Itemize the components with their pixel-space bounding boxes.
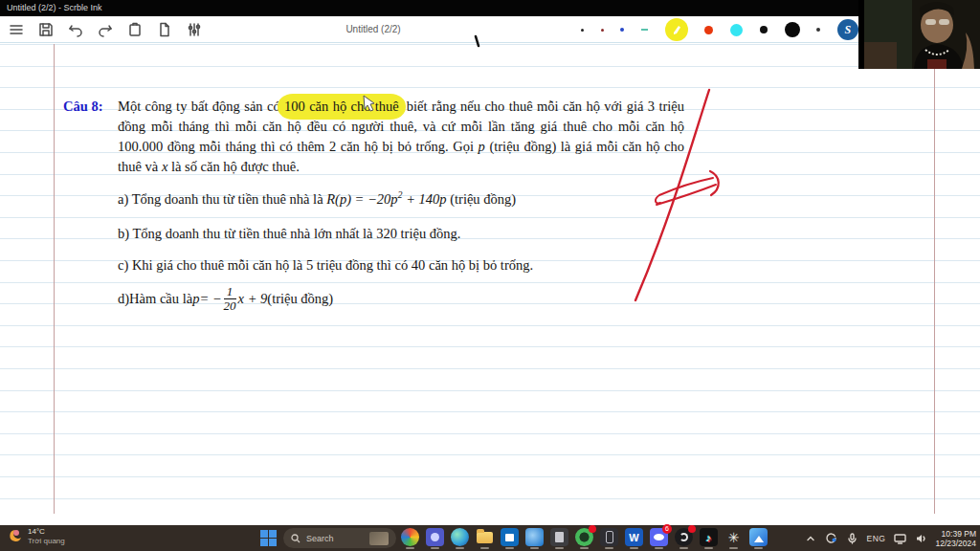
- windows-taskbar: 14°C Trời quang Search W 6 ♪: [0, 525, 980, 551]
- highlighted-phrase: 100 căn hộ cho thuê: [278, 94, 406, 120]
- search-placeholder: Search: [306, 534, 334, 543]
- pen-cyan[interactable]: [730, 24, 743, 36]
- fraction-denominator: 20: [224, 299, 236, 313]
- fraction-numerator: 1: [227, 285, 234, 298]
- new-page-icon[interactable]: [154, 19, 175, 40]
- left-margin-line: [54, 44, 55, 514]
- discord-badge: 6: [662, 524, 672, 534]
- speaker-icon[interactable]: [914, 532, 927, 545]
- statement-a-unit: (triệu đồng): [447, 191, 516, 207]
- flower-app-icon[interactable]: ✳: [724, 528, 743, 546]
- screen: Untitled (2/2) - Scrble Ink: [0, 0, 980, 551]
- paste-icon[interactable]: [124, 19, 145, 40]
- clock-date: 12/23/2024: [935, 539, 976, 548]
- problem-content: Câu 8: Một công ty bất động sản có 100 c…: [63, 97, 687, 313]
- clock-time: 10:39 PM: [935, 529, 976, 539]
- teams-icon[interactable]: [426, 528, 444, 546]
- weather-widget[interactable]: 14°C Trời quang: [6, 527, 65, 546]
- pen-tiny-black[interactable]: [581, 29, 584, 32]
- statement-d-text: Hàm cầu là: [129, 289, 192, 309]
- taskbar-apps: W 6 ♪ ✳: [401, 528, 768, 546]
- display-icon[interactable]: [893, 532, 906, 545]
- green-app-icon[interactable]: [575, 528, 593, 546]
- edge-icon[interactable]: [451, 528, 469, 546]
- statement-a-text: Tổng doanh thu từ tiền thuê nhà là: [128, 191, 326, 207]
- statement-c-text: Khi giá cho thuê mỗi căn hộ là 5 triệu đ…: [128, 257, 533, 273]
- statement-d-unit: (triệu đồng): [267, 289, 333, 309]
- store-icon[interactable]: [501, 528, 519, 546]
- widgets-icon[interactable]: [401, 528, 419, 546]
- weather-temp: 14°C: [28, 527, 65, 537]
- webcam-overlay: [858, 0, 980, 69]
- statement-d: d) Hàm cầu là p = −120x + 9 (triệu đồng): [118, 285, 687, 313]
- webcam-video: [858, 0, 980, 69]
- question-label: Câu 8:: [63, 97, 118, 177]
- search-icon: [291, 534, 301, 543]
- statement-c: c) Khi giá cho thuê mỗi căn hộ là 5 triệ…: [118, 255, 687, 276]
- var-p: p: [479, 139, 485, 154]
- fraction: 120: [224, 285, 236, 313]
- statement-b: b) Tổng doanh thu từ tiền thuê nhà lớn n…: [118, 224, 687, 244]
- photos-icon[interactable]: [749, 528, 768, 546]
- formula-demand-lhs: p: [192, 289, 199, 309]
- capcut-icon[interactable]: [675, 528, 693, 546]
- system-tray: ENG 10:39 PM 12/23/2024: [804, 525, 976, 551]
- pen-tiny-blue[interactable]: [620, 28, 624, 32]
- glasses-right-lens: [939, 19, 949, 25]
- file-explorer-icon[interactable]: [476, 528, 494, 546]
- language-indicator[interactable]: ENG: [867, 534, 886, 543]
- notification-dot: [688, 525, 696, 533]
- formula-revenue: R(p) = −20p: [326, 191, 397, 207]
- shirt-print: [927, 59, 947, 69]
- phone-link-icon[interactable]: [600, 528, 618, 546]
- search-highlight-thumbnail: [369, 532, 389, 545]
- settings-sliders-icon[interactable]: [184, 19, 205, 40]
- sync-icon[interactable]: [825, 532, 838, 545]
- para-text: là số căn hộ được thuê.: [167, 159, 300, 174]
- pen-tiny-maroon[interactable]: [601, 29, 604, 32]
- window-titlebar: Untitled (2/2) - Scrble Ink: [0, 0, 980, 16]
- scrble-logo-icon[interactable]: S: [837, 19, 858, 40]
- save-icon[interactable]: [35, 19, 56, 40]
- pen-red[interactable]: [704, 26, 713, 34]
- pen-tiny-dot[interactable]: [816, 28, 820, 32]
- notification-dot: [589, 525, 596, 533]
- clock[interactable]: 10:39 PM 12/23/2024: [935, 529, 976, 548]
- pen-black-small[interactable]: [760, 26, 768, 33]
- statement-b-text: Tổng doanh thu từ tiền thuê nhà lớn nhất…: [129, 226, 460, 241]
- whiteboard-page[interactable]: Câu 8: Một công ty bất động sản có 100 c…: [0, 43, 980, 525]
- tiktok-icon[interactable]: ♪: [700, 528, 718, 546]
- menu-icon[interactable]: [6, 19, 27, 40]
- window-title: Untitled (2/2) - Scrble Ink: [7, 3, 102, 12]
- weather-icon: [6, 528, 23, 545]
- document-title: Untitled (2/2): [321, 16, 426, 43]
- statement-a: a) Tổng doanh thu từ tiền thuê nhà là R(…: [118, 185, 687, 209]
- formula-demand-rhs: x + 9: [238, 289, 268, 309]
- statement-a-label: a): [118, 191, 128, 207]
- statement-b-label: b): [118, 226, 129, 241]
- formula-demand-eq: = −: [199, 289, 221, 309]
- right-margin-line: [934, 44, 935, 514]
- word-icon[interactable]: W: [625, 528, 643, 546]
- question-paragraph: Một công ty bất động sản có 100 căn hộ c…: [118, 97, 684, 177]
- pen-teal-dash[interactable]: [641, 29, 648, 31]
- pen-palette: S: [581, 16, 858, 43]
- highlighter-tool-selected[interactable]: [665, 18, 688, 41]
- app-toolbar: Untitled (2/2) S: [0, 16, 980, 43]
- notepad-icon[interactable]: [550, 528, 568, 546]
- para-text: Một công ty bất động sản có: [118, 99, 284, 114]
- redo-icon[interactable]: [95, 19, 116, 40]
- search-box[interactable]: Search: [283, 528, 396, 548]
- chevron-up-icon[interactable]: [804, 532, 817, 545]
- glasses-left-lens: [925, 19, 936, 25]
- statement-c-label: c): [118, 257, 128, 273]
- outlook-icon[interactable]: [525, 528, 544, 546]
- statement-d-label: d): [118, 289, 129, 309]
- weather-condition: Trời quang: [28, 537, 65, 546]
- undo-icon[interactable]: [65, 19, 86, 40]
- pen-black-large[interactable]: [785, 22, 800, 37]
- discord-icon[interactable]: 6: [650, 528, 668, 546]
- formula-revenue-tail: + 140p: [403, 191, 447, 207]
- microphone-icon[interactable]: [846, 532, 859, 545]
- start-button[interactable]: [260, 530, 277, 546]
